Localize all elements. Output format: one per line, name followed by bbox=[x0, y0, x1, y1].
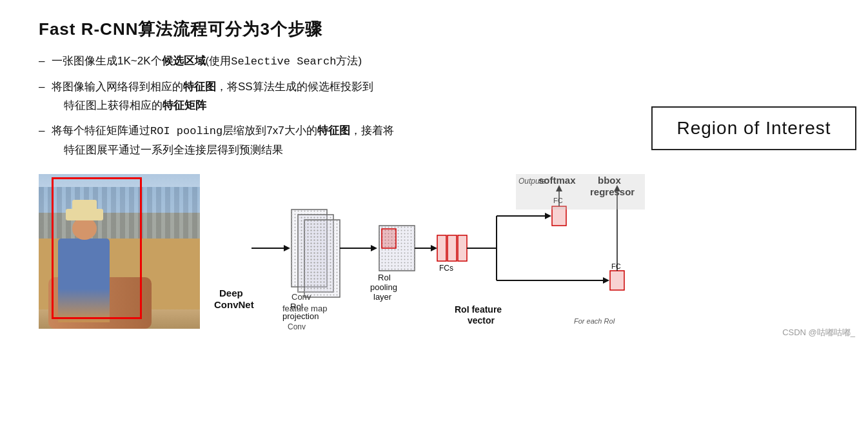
conv-feature-map-label: Conv bbox=[288, 322, 306, 331]
deep-convnet-label: Deep bbox=[219, 288, 243, 298]
fcs-label: FCs bbox=[439, 264, 453, 273]
bullet-2-bold2: 特征矩阵 bbox=[163, 99, 206, 112]
roi-pooling-text3: layer bbox=[373, 292, 392, 302]
arrow-to-roi-head bbox=[371, 245, 377, 251]
arrow-to-fcs-head bbox=[431, 245, 437, 251]
roi-box: Region of Interest bbox=[651, 106, 856, 150]
upper-branch-head bbox=[545, 213, 551, 219]
bullet-2-text: 将图像输入网络得到相应的特征图，将SS算法生成的候选框投影到 特征图上获得相应的… bbox=[52, 81, 373, 112]
cowboy-image bbox=[39, 174, 200, 329]
roi-box-text: Region of Interest bbox=[676, 118, 831, 139]
page-title: Fast R-CNN算法流程可分为3个步骤 bbox=[39, 18, 829, 41]
conv-fm-label2: feature map bbox=[282, 304, 327, 313]
arrow-to-fm-head bbox=[284, 245, 290, 251]
diagram-section: Deep ConvNet RoI projection Conv bbox=[39, 171, 829, 332]
fc-block-3 bbox=[458, 235, 467, 261]
architecture-diagram: Deep ConvNet RoI projection Conv bbox=[200, 171, 748, 332]
bullet-1-text: 一张图像生成1K~2K个候选区域(使用Selective Search方法) bbox=[52, 55, 362, 67]
lower-branch-head bbox=[603, 277, 609, 284]
person-hat bbox=[66, 209, 103, 220]
fm-dots-3 bbox=[304, 220, 340, 297]
fc-block-2 bbox=[448, 235, 457, 261]
main-content: Fast R-CNN算法流程可分为3个步骤 一张图像生成1K~2K个候选区域(使… bbox=[0, 0, 868, 345]
for-each-roi-label: For each RoI bbox=[574, 317, 615, 325]
fc-lower-label: FC bbox=[611, 262, 621, 270]
bullet-item-1: 一张图像生成1K~2K个候选区域(使用Selective Search方法) bbox=[39, 52, 829, 72]
roi-pooling-text1: RoI bbox=[378, 273, 391, 282]
watermark: CSDN @咕嘟咕嘟_ bbox=[782, 327, 855, 338]
person-body bbox=[58, 239, 110, 322]
bullet-3-bold: 特征图 bbox=[317, 124, 350, 137]
roi-pooling-text2: pooling bbox=[370, 282, 397, 292]
outputs-label: Outputs: bbox=[518, 177, 547, 186]
deep-convnet-label2: ConvNet bbox=[214, 299, 254, 310]
fc-block-1 bbox=[437, 235, 446, 261]
bullet-3-text: 将每个特征矩阵通过ROI pooling层缩放到7x7大小的特征图，接着将 特征… bbox=[52, 124, 394, 156]
roi-red-region bbox=[382, 229, 396, 248]
conv-fm-label1: Conv bbox=[291, 292, 311, 302]
roi-feature-label2: vector bbox=[468, 315, 495, 326]
fence-bg bbox=[39, 187, 200, 239]
roi-feature-label1: RoI feature bbox=[455, 304, 502, 315]
bullet-1-bold: 候选区域 bbox=[162, 55, 206, 67]
bullet-2-bold1: 特征图 bbox=[183, 81, 216, 93]
fc-lower bbox=[610, 271, 624, 290]
